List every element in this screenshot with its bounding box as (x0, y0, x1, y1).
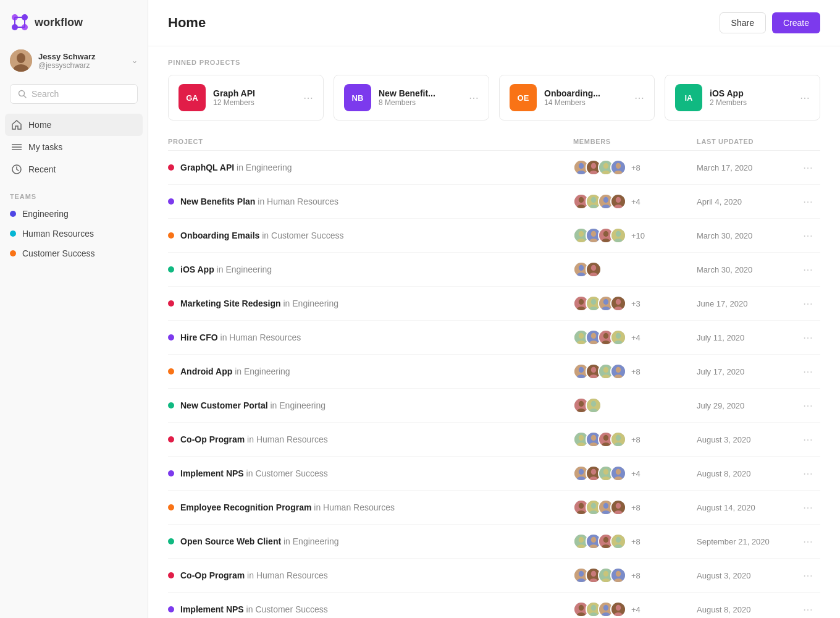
table-row[interactable]: Hire CFO in Human Resources +4 July 11, … (168, 321, 820, 355)
last-updated-date: June 17, 2020 (697, 299, 796, 308)
pinned-menu-icon[interactable]: ⋯ (800, 92, 810, 104)
member-avatar (610, 363, 626, 379)
pinned-members: 2 Members (710, 98, 792, 107)
pinned-card-ga[interactable]: GA Graph API 12 Members ⋯ (168, 75, 324, 121)
sidebar-item-my-tasks[interactable]: My tasks (5, 136, 143, 158)
svg-point-101 (591, 435, 596, 441)
svg-point-152 (603, 571, 608, 577)
project-name-cell: Android App in Engineering (168, 366, 573, 376)
table-row[interactable]: Implement NPS in Customer Success +4 Aug… (168, 593, 820, 618)
table-row[interactable]: Onboarding Emails in Customer Success +1… (168, 219, 820, 253)
member-avatar (586, 261, 602, 277)
svg-point-161 (591, 605, 596, 611)
svg-point-143 (616, 537, 621, 543)
project-name-cell: Co-Op Program in Human Resources (168, 434, 573, 444)
svg-point-164 (603, 605, 608, 611)
pinned-menu-icon[interactable]: ⋯ (469, 92, 479, 104)
pinned-menu-icon[interactable]: ⋯ (634, 92, 644, 104)
project-name: GraphQL API in Engineering (180, 163, 292, 172)
col-last-updated: LAST UPDATED (697, 138, 796, 145)
user-name: Jessy Schwarz (38, 52, 125, 61)
page-title: Home (168, 15, 206, 31)
row-menu-button[interactable]: ⋯ (796, 230, 820, 242)
pinned-card-oe[interactable]: OE Onboarding... 14 Members ⋯ (499, 75, 655, 121)
table-row[interactable]: New Benefits Plan in Human Resources +4 … (168, 185, 820, 219)
nav-tasks-label: My tasks (28, 142, 62, 152)
row-menu-button[interactable]: ⋯ (796, 536, 820, 548)
member-count: +4 (631, 197, 640, 206)
project-status-dot (168, 368, 174, 375)
row-menu-button[interactable]: ⋯ (796, 332, 820, 344)
table-row[interactable]: Open Source Web Client in Engineering +8… (168, 525, 820, 559)
table-row[interactable]: Co-Op Program in Human Resources +8 Augu… (168, 423, 820, 457)
members-cell: +4 (573, 193, 697, 210)
project-name: Android App in Engineering (180, 366, 290, 376)
last-updated-date: September 21, 2020 (697, 537, 796, 546)
table-row[interactable]: New Customer Portal in Engineering July … (168, 389, 820, 423)
avatars-stack (573, 261, 602, 277)
pinned-info: Graph API 12 Members (213, 88, 296, 107)
share-button[interactable]: Share (720, 12, 766, 33)
svg-point-50 (579, 265, 584, 271)
project-status-dot (168, 300, 174, 307)
sidebar-item-human-resources[interactable]: Human Resources (0, 224, 148, 243)
row-menu-button[interactable]: ⋯ (796, 434, 820, 446)
table-row[interactable]: Co-Op Program in Human Resources +8 Augu… (168, 559, 820, 593)
svg-point-83 (591, 367, 596, 373)
members-cell: +4 (573, 329, 697, 345)
user-profile[interactable]: Jessy Schwarz @jessyschwarz ⌄ (0, 42, 148, 79)
svg-point-17 (591, 163, 596, 169)
svg-point-104 (603, 435, 608, 441)
col-members: MEMBERS (573, 138, 697, 145)
table-row[interactable]: iOS App in Engineering March 30, 2020 ⋯ (168, 253, 820, 287)
teams-section-label: TEAMS (0, 183, 148, 204)
search-box[interactable] (10, 84, 138, 104)
project-status-dot (168, 538, 174, 544)
row-menu-button[interactable]: ⋯ (796, 162, 820, 174)
team-label: Human Resources (22, 229, 94, 239)
sidebar-item-customer-success[interactable]: Customer Success (0, 243, 148, 263)
member-count: +8 (631, 163, 640, 172)
search-input[interactable] (32, 89, 130, 99)
table-row[interactable]: Implement NPS in Customer Success +4 Aug… (168, 457, 820, 491)
svg-point-23 (616, 163, 621, 169)
sidebar-item-home[interactable]: Home (5, 114, 143, 136)
svg-point-74 (603, 333, 608, 339)
table-row[interactable]: GraphQL API in Engineering +8 March 17, … (168, 151, 820, 185)
row-menu-button[interactable]: ⋯ (796, 264, 820, 276)
pinned-label: PINNED PROJECTS (168, 59, 820, 66)
table-row[interactable]: Employee Recognition Program in Human Re… (168, 491, 820, 525)
project-status-dot (168, 436, 174, 442)
pinned-card-ia[interactable]: IA iOS App 2 Members ⋯ (665, 75, 820, 121)
row-menu-button[interactable]: ⋯ (796, 604, 820, 616)
row-menu-button[interactable]: ⋯ (796, 400, 820, 412)
pinned-badge: OE (510, 84, 537, 111)
svg-point-35 (616, 197, 621, 203)
row-menu-button[interactable]: ⋯ (796, 570, 820, 582)
project-name: Co-Op Program in Human Resources (180, 570, 328, 580)
create-button[interactable]: Create (772, 12, 820, 33)
table-row[interactable]: Marketing Site Redesign in Engineering +… (168, 287, 820, 321)
chevron-down-icon: ⌄ (132, 56, 138, 65)
pinned-card-nb[interactable]: NB New Benefit... 8 Members ⋯ (334, 75, 489, 121)
project-name: Marketing Site Redesign in Engineering (180, 298, 338, 308)
project-name: New Benefits Plan in Human Resources (180, 197, 338, 206)
svg-point-137 (591, 537, 596, 543)
nav-menu: Home My tasks Recent (0, 111, 148, 183)
row-menu-button[interactable]: ⋯ (796, 366, 820, 378)
pinned-menu-icon[interactable]: ⋯ (303, 92, 313, 104)
sidebar-item-engineering[interactable]: Engineering (0, 204, 148, 224)
team-dot (10, 231, 16, 237)
sidebar-item-recent[interactable]: Recent (5, 158, 143, 180)
svg-point-128 (603, 503, 608, 509)
row-menu-button[interactable]: ⋯ (796, 298, 820, 310)
pinned-members: 12 Members (213, 98, 296, 107)
row-menu-button[interactable]: ⋯ (796, 468, 820, 480)
svg-point-53 (591, 265, 596, 271)
team-label: Customer Success (22, 248, 94, 258)
row-menu-button[interactable]: ⋯ (796, 502, 820, 514)
svg-point-38 (579, 231, 584, 237)
svg-point-89 (616, 367, 621, 373)
row-menu-button[interactable]: ⋯ (796, 196, 820, 208)
table-row[interactable]: Android App in Engineering +8 July 17, 2… (168, 355, 820, 389)
